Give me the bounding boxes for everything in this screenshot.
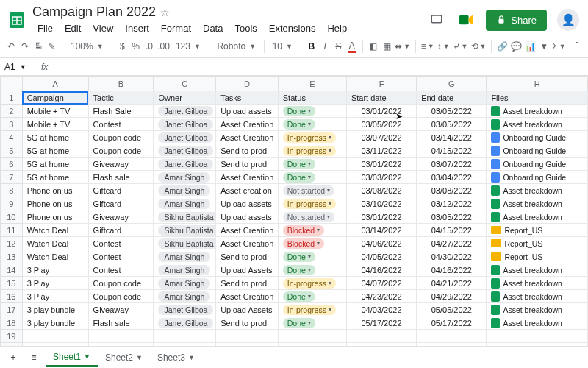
bold-button[interactable]: B <box>306 38 317 54</box>
paint-format-icon[interactable]: ✎ <box>46 38 57 54</box>
row-header[interactable]: 1 <box>1 91 23 105</box>
sheets-logo-icon[interactable] <box>7 10 26 29</box>
cell[interactable]: Report_US <box>487 237 588 250</box>
chart-icon[interactable]: 📊 <box>525 38 536 54</box>
cell[interactable]: Giveaway <box>88 158 154 171</box>
cell[interactable]: 03/14/2022 <box>346 224 416 237</box>
header-cell[interactable]: Files <box>487 91 588 105</box>
owner-chip[interactable]: Janet Gilboa <box>158 318 213 328</box>
cell[interactable]: Coupon code <box>88 277 154 290</box>
cell[interactable]: Done▾ <box>278 158 346 171</box>
cell[interactable]: 03/01/2022 <box>346 158 416 171</box>
file-link[interactable]: Asset breakdown <box>491 106 583 116</box>
menu-tools[interactable]: Tools <box>229 21 262 35</box>
file-link[interactable]: Report_US <box>491 226 583 235</box>
merge-cells-icon[interactable]: ⬌▼ <box>395 38 410 54</box>
all-sheets-button[interactable]: ≡ <box>25 350 43 366</box>
cell[interactable] <box>88 343 154 347</box>
file-link[interactable]: Asset breakdown <box>491 265 583 275</box>
redo-icon[interactable]: ↷ <box>19 38 29 54</box>
cell[interactable] <box>216 330 279 343</box>
num-format-select[interactable]: 123▼ <box>173 41 204 52</box>
file-link[interactable]: Asset breakdown <box>491 185 583 196</box>
col-header-D[interactable]: D <box>216 77 279 91</box>
col-header-F[interactable]: F <box>346 77 416 91</box>
row-header[interactable]: 3 <box>1 118 23 131</box>
col-header-B[interactable]: B <box>88 77 154 91</box>
cell[interactable]: Done▾ <box>278 250 346 263</box>
header-cell[interactable]: Start date <box>346 91 416 105</box>
cell[interactable]: Amar Singh <box>154 171 216 184</box>
cell[interactable]: Giveaway <box>88 303 154 316</box>
row-header[interactable]: 9 <box>1 197 23 210</box>
status-pill[interactable]: Not started▾ <box>283 185 334 196</box>
row-header[interactable]: 11 <box>1 224 23 237</box>
file-link[interactable]: Onboarding Guide <box>491 172 583 183</box>
undo-icon[interactable]: ↶ <box>6 38 16 54</box>
wrap-icon[interactable]: ⤶▼ <box>453 38 468 54</box>
cell[interactable]: Done▾ <box>278 263 346 277</box>
status-pill[interactable]: Done▾ <box>283 252 315 262</box>
cell[interactable]: Upload assets <box>216 197 279 210</box>
cell[interactable]: 04/21/2022 <box>417 277 487 290</box>
owner-chip[interactable]: Amar Singh <box>158 278 210 289</box>
owner-chip[interactable]: Amar Singh <box>158 199 210 209</box>
cell[interactable]: Amar Singh <box>154 263 216 277</box>
cell[interactable]: Amar Singh <box>154 197 216 210</box>
cell[interactable] <box>154 330 216 343</box>
status-pill[interactable]: Blocked▾ <box>283 225 324 236</box>
cell[interactable]: 5G at home <box>22 171 88 184</box>
cell[interactable]: Janet Gilboa <box>154 158 216 171</box>
cell[interactable] <box>487 330 588 343</box>
cell[interactable]: 5G at home <box>22 131 88 144</box>
comment-icon[interactable]: 💬 <box>511 38 522 54</box>
status-pill[interactable]: In-progress▾ <box>283 132 336 143</box>
cell[interactable]: Send to prod <box>216 277 279 290</box>
file-link[interactable]: Asset breakdown <box>491 199 583 209</box>
row-header[interactable]: 18 <box>1 316 23 330</box>
functions-icon[interactable]: Σ▼ <box>552 38 565 54</box>
owner-chip[interactable]: Amar Singh <box>158 252 210 262</box>
owner-chip[interactable]: Janet Gilboa <box>158 159 213 169</box>
cell[interactable]: In-progress▾ <box>278 277 346 290</box>
cell[interactable]: 03/08/2022 <box>417 184 487 197</box>
status-pill[interactable]: Blocked▾ <box>283 238 324 249</box>
cell[interactable]: Onboarding Guide <box>487 158 588 171</box>
cell[interactable]: 04/23/2022 <box>346 290 416 303</box>
cell[interactable]: 5G at home <box>22 144 88 158</box>
cell[interactable]: Amar Singh <box>154 277 216 290</box>
cell[interactable]: 04/16/2022 <box>417 263 487 277</box>
cell[interactable]: Giftcard <box>88 184 154 197</box>
row-header[interactable]: 8 <box>1 184 23 197</box>
italic-button[interactable]: I <box>320 38 330 54</box>
cell[interactable]: Done▾ <box>278 316 346 330</box>
row-header[interactable]: 7 <box>1 171 23 184</box>
cell[interactable] <box>417 330 487 343</box>
fill-color-icon[interactable]: ◧ <box>368 38 379 54</box>
add-sheet-button[interactable]: ＋ <box>4 350 22 366</box>
sheet-tab-sheet2[interactable]: Sheet2▼ <box>98 349 150 367</box>
row-header[interactable]: 15 <box>1 277 23 290</box>
cell[interactable]: Amar Singh <box>154 290 216 303</box>
cell[interactable]: Watch Deal <box>22 224 88 237</box>
owner-chip[interactable]: Amar Singh <box>158 291 210 302</box>
file-link[interactable]: Asset breakdown <box>491 291 583 302</box>
cell[interactable]: Contest <box>88 263 154 277</box>
cell[interactable]: 3 play bundle <box>22 316 88 330</box>
status-pill[interactable]: In-progress▾ <box>283 305 336 315</box>
cell[interactable]: Done▾ <box>278 290 346 303</box>
menu-format[interactable]: Format <box>156 21 196 35</box>
cell[interactable]: Send to prod <box>216 316 279 330</box>
cell[interactable]: Janet Gilboa <box>154 105 216 118</box>
rotate-icon[interactable]: ⟲▼ <box>471 38 487 54</box>
owner-chip[interactable]: Janet Gilboa <box>158 132 213 143</box>
print-icon[interactable]: 🖶 <box>33 38 43 54</box>
owner-chip[interactable]: Sikhu Baptista <box>158 225 215 236</box>
cell[interactable] <box>22 330 88 343</box>
col-header-C[interactable]: C <box>154 77 216 91</box>
status-pill[interactable]: Done▾ <box>283 265 315 275</box>
cell[interactable] <box>346 343 416 347</box>
cell[interactable]: Phone on us <box>22 210 88 224</box>
row-header[interactable]: 20 <box>1 343 23 347</box>
cell[interactable]: Asset breakdown <box>487 197 588 210</box>
